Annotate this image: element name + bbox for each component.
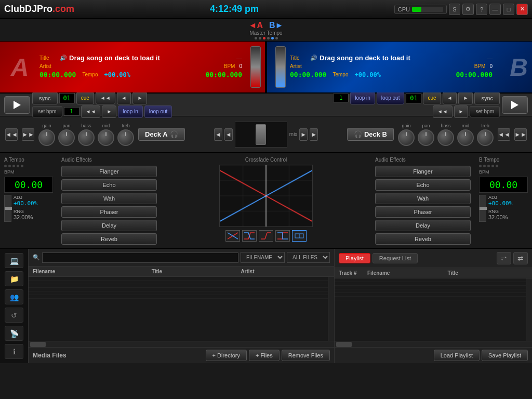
prev-btn-b[interactable]: ◄ (443, 92, 457, 104)
table-row[interactable] (29, 295, 328, 299)
sidebar-users-icon[interactable]: 👥 (5, 289, 23, 304)
files-dropdown[interactable]: ALL FILES (287, 252, 330, 263)
maximize-button[interactable]: □ (503, 4, 514, 15)
deck-a-next[interactable]: ►► (22, 128, 34, 141)
wah-btn-a[interactable]: Wah (61, 193, 157, 204)
loop-prev-b[interactable]: ◄◄ (433, 105, 453, 118)
loop-next-b[interactable]: ► (454, 105, 469, 118)
cue-btn-b[interactable]: cue (423, 92, 441, 104)
gain-knob-b[interactable] (398, 129, 415, 146)
bass-knob-a[interactable] (78, 129, 95, 146)
mix-next[interactable]: ► (299, 128, 308, 141)
setbpm-btn-a[interactable]: set bpm (32, 106, 62, 117)
xfade-icon-1[interactable] (225, 230, 240, 242)
deck-b-btn[interactable]: 🎧 Deck B (347, 128, 394, 141)
tempo-slider-a[interactable] (4, 195, 11, 222)
table-row[interactable] (29, 277, 328, 281)
deck-b-next[interactable]: ►► (514, 128, 527, 141)
tempo-slider-b[interactable] (479, 195, 486, 222)
loop-in-a[interactable]: loop in (118, 105, 142, 118)
deck-b-indicator[interactable]: B► (269, 21, 283, 30)
echo-btn-a[interactable]: Echo (61, 179, 157, 191)
reveb-btn-a[interactable]: Reveb (61, 233, 157, 245)
xfade-icon-4[interactable] (275, 230, 290, 242)
loop-out-b[interactable]: loop out (377, 92, 405, 104)
playlist-scrollbar-v[interactable] (526, 278, 532, 341)
sync-btn-a[interactable]: sync (32, 92, 58, 104)
treb-knob-b[interactable] (477, 129, 494, 146)
load-playlist-btn[interactable]: Load Playlist (434, 350, 480, 361)
delay-btn-b[interactable]: Delay (375, 220, 471, 231)
setbpm-btn-b[interactable]: set bpm (470, 106, 500, 117)
phaser-btn-a[interactable]: Phaser (61, 206, 157, 218)
playlist-row[interactable] (335, 289, 526, 293)
fwd-btn-a[interactable]: ► (132, 92, 147, 104)
next-btn-b[interactable]: ► (458, 92, 473, 104)
playlist-row[interactable] (335, 297, 526, 300)
request-tab[interactable]: Request List (373, 253, 418, 263)
playlist-row[interactable] (335, 286, 526, 289)
help-button[interactable]: ? (476, 4, 487, 15)
sidebar-info-icon[interactable]: ℹ (5, 344, 23, 359)
deck-a-prev[interactable]: ◄◄ (5, 128, 18, 141)
deck-b-prev[interactable]: ◄◄ (498, 128, 510, 141)
filename-dropdown[interactable]: FILENAME (241, 252, 285, 263)
table-row[interactable] (29, 284, 328, 288)
xfade-icon-2[interactable] (242, 230, 257, 242)
mid-knob-a[interactable] (98, 129, 114, 146)
cue-btn-a[interactable]: cue (76, 92, 94, 104)
loop-in-b[interactable]: loop in (350, 92, 375, 104)
play-btn-b[interactable] (502, 96, 528, 114)
table-row[interactable] (29, 288, 328, 291)
bass-knob-b[interactable] (437, 129, 454, 146)
pan-knob-b[interactable] (418, 129, 434, 146)
sidebar-rss-icon[interactable]: 📡 (5, 326, 23, 341)
crossfade-canvas[interactable] (219, 165, 313, 227)
mix-fader[interactable] (256, 124, 266, 145)
save-playlist-btn[interactable]: Save Playlist (482, 350, 528, 361)
close-button[interactable]: ✕ (516, 4, 528, 15)
playlist-row[interactable] (335, 293, 526, 297)
prev-btn-a[interactable]: ◄◄ (96, 92, 115, 104)
playlist-row[interactable] (335, 278, 526, 282)
s-button[interactable]: S (449, 4, 460, 15)
playlist-row[interactable] (335, 282, 526, 286)
transfer-icon-btn[interactable]: ⇌ (497, 252, 511, 264)
xfade-icon-5[interactable] (292, 230, 307, 242)
remove-btn[interactable]: Remove Files (282, 350, 330, 361)
shuffle-icon-btn[interactable]: ⇄ (513, 252, 528, 264)
sidebar-folder-icon[interactable]: 📁 (5, 271, 23, 286)
mix-slider-area[interactable] (235, 122, 287, 148)
search-input[interactable] (42, 252, 238, 263)
loop-prev-a[interactable]: ◄◄ (81, 105, 101, 118)
file-scrollbar-v[interactable] (328, 277, 334, 341)
flanger-btn-b[interactable]: Flanger (375, 166, 471, 177)
loop-next-a[interactable]: ► (102, 105, 116, 118)
wah-btn-b[interactable]: Wah (375, 193, 471, 204)
treb-knob-a[interactable] (117, 129, 134, 146)
minimize-button[interactable]: — (489, 4, 501, 15)
echo-btn-b[interactable]: Echo (375, 179, 471, 191)
file-scrollbar-h[interactable] (29, 341, 334, 347)
settings-button[interactable]: ⚙ (462, 4, 474, 15)
table-row[interactable] (29, 291, 328, 295)
dir-btn[interactable]: + Directory (206, 350, 247, 361)
phaser-btn-b[interactable]: Phaser (375, 206, 471, 218)
mid-knob-b[interactable] (457, 129, 474, 146)
play-btn-a[interactable] (4, 96, 30, 114)
next-btn-a[interactable]: ◄ (117, 92, 131, 104)
sidebar-computer-icon[interactable]: 💻 (5, 253, 23, 268)
mix-next2[interactable]: ► (310, 128, 318, 141)
mix-prev[interactable]: ◄ (214, 128, 222, 141)
flanger-btn-a[interactable]: Flanger (61, 166, 157, 177)
deck-a-indicator[interactable]: ◄A (249, 21, 263, 30)
playlist-scrollbar-h[interactable] (335, 341, 532, 347)
sync-btn-b[interactable]: sync (474, 92, 500, 104)
pan-knob-a[interactable] (58, 129, 75, 146)
sidebar-history-icon[interactable]: ↺ (5, 308, 23, 323)
deck-a-btn[interactable]: Deck A 🎧 (138, 128, 185, 141)
loop-out-a[interactable]: loop out (144, 105, 172, 118)
reveb-btn-b[interactable]: Reveb (375, 233, 471, 245)
playlist-tab[interactable]: Playlist (339, 253, 370, 263)
delay-btn-a[interactable]: Delay (61, 220, 157, 231)
